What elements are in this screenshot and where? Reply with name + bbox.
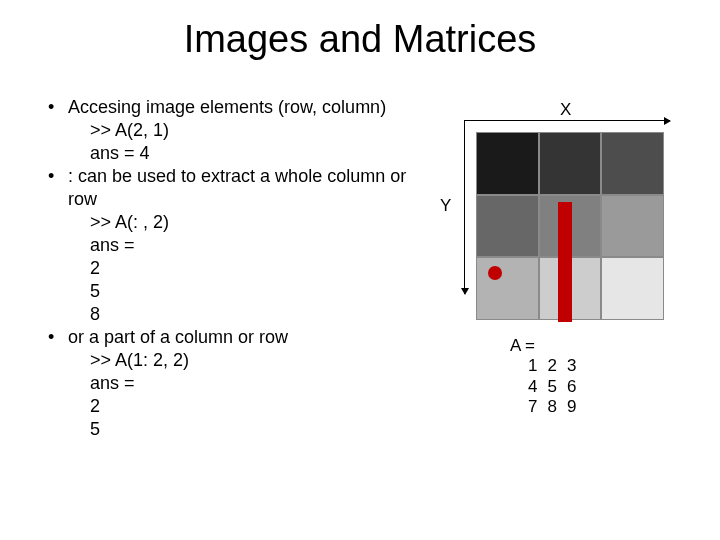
m-3-2: 8: [547, 397, 566, 417]
m-3-1: 7: [528, 397, 547, 417]
bullet-2-head: : can be used to extract a whole column …: [68, 166, 406, 209]
pixel-1-3: [601, 132, 664, 195]
pixel-2-3: [601, 195, 664, 258]
m-2-2: 5: [547, 377, 566, 397]
matrix-display: A = 1 2 3 4 5 6 7 8 9: [510, 336, 586, 418]
y-axis-label: Y: [440, 196, 451, 216]
highlight-dot-icon: [488, 266, 502, 280]
pixel-1-1: [476, 132, 539, 195]
pixel-1-2: [539, 132, 602, 195]
m-3-3: 9: [567, 397, 586, 417]
bullet-2-line-1: ans =: [68, 234, 416, 257]
bullet-1: Accesing image elements (row, column) >>…: [46, 96, 416, 165]
bullet-2: : can be used to extract a whole column …: [46, 165, 416, 326]
slide-body: Accesing image elements (row, column) >>…: [46, 96, 416, 441]
matrix-table: 1 2 3 4 5 6 7 8 9: [528, 356, 586, 417]
bullet-3-head: or a part of a column or row: [68, 327, 288, 347]
bullet-3-line-0: >> A(1: 2, 2): [68, 349, 416, 372]
bullet-2-line-0: >> A(: , 2): [68, 211, 416, 234]
matrix-label: A =: [510, 336, 535, 355]
m-1-2: 2: [547, 356, 566, 376]
bullet-3-line-2: 2: [68, 395, 416, 418]
x-axis-arrow: [464, 120, 670, 121]
x-axis-label: X: [560, 100, 571, 120]
y-axis-arrow: [464, 120, 465, 294]
m-1-1: 1: [528, 356, 547, 376]
pixel-3-3: [601, 257, 664, 320]
pixel-3-1: [476, 257, 539, 320]
bullet-2-line-2: 2: [68, 257, 416, 280]
bullet-3: or a part of a column or row >> A(1: 2, …: [46, 326, 416, 441]
m-2-3: 6: [567, 377, 586, 397]
bullet-1-line-1: ans = 4: [68, 142, 416, 165]
bullet-2-line-3: 5: [68, 280, 416, 303]
bullet-3-line-3: 5: [68, 418, 416, 441]
slide: Images and Matrices Accesing image eleme…: [0, 0, 720, 540]
bullet-1-head: Accesing image elements (row, column): [68, 97, 386, 117]
slide-title: Images and Matrices: [0, 0, 720, 61]
highlight-column-bar: [558, 202, 572, 322]
m-2-1: 4: [528, 377, 547, 397]
bullet-2-line-4: 8: [68, 303, 416, 326]
m-1-3: 3: [567, 356, 586, 376]
bullet-3-line-1: ans =: [68, 372, 416, 395]
bullet-1-line-0: >> A(2, 1): [68, 119, 416, 142]
pixel-2-1: [476, 195, 539, 258]
